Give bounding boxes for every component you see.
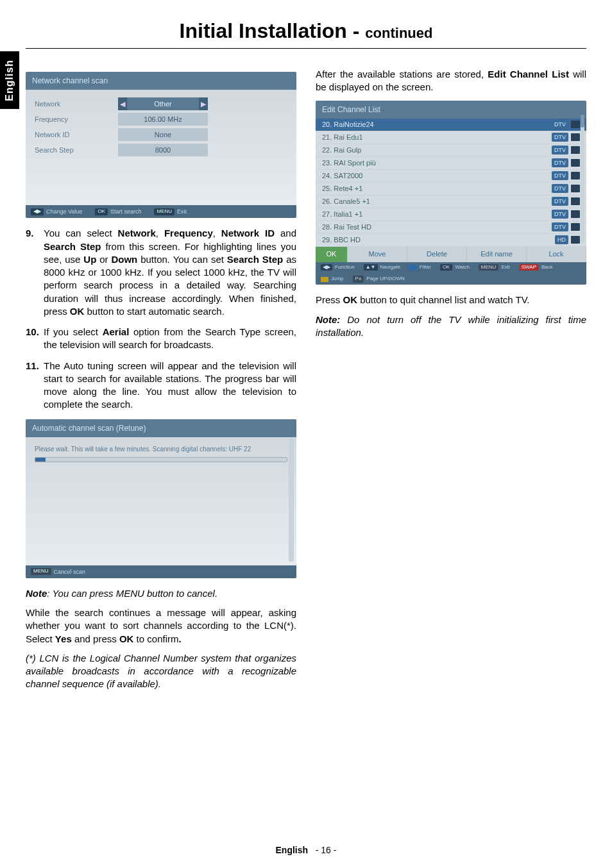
page-title-sub: continued <box>365 25 432 41</box>
page-key-icon: P± <box>353 276 364 283</box>
osd-network-title: Network channel scan <box>26 72 296 90</box>
osd-ecl-hint: P±Page UP/DOWN <box>353 276 405 283</box>
tv-icon <box>571 210 580 218</box>
menu-key-icon: MENU <box>479 264 499 271</box>
osd-row-value: None <box>118 128 208 141</box>
channel-name: 23. RAI Sport più <box>322 158 549 168</box>
osd-ecl-hint: SWAPBack <box>519 264 553 271</box>
channel-list-row: 25. Rete4 +1DTV <box>316 183 586 196</box>
step-10: 10. If you select Aerial option from the… <box>26 326 296 352</box>
osd-hint: OKStart search <box>95 208 141 215</box>
channel-type-tag: DTV <box>552 171 568 180</box>
channel-list-row: 29. BBC HDHD <box>316 234 586 247</box>
edit-list-intro: After the available stations are stored,… <box>316 68 586 94</box>
channel-name: 24. SAT2000 <box>322 171 549 181</box>
tv-icon <box>571 197 580 205</box>
menu-key-icon: MENU <box>31 568 51 575</box>
osd-row-label: Frequency <box>35 115 92 124</box>
ecl-action-button: Lock <box>527 247 586 262</box>
channel-name: 26. Canale5 +1 <box>322 197 549 206</box>
footer-page-number: - 16 - <box>316 845 337 855</box>
blue-button-icon <box>409 265 417 270</box>
lcn-paragraph: While the search continues a message wil… <box>26 606 296 646</box>
channel-type-tag: DTV <box>552 197 568 206</box>
step-11: 11. The Auto tuning screen will appear a… <box>26 360 296 412</box>
ecl-action-button: OK <box>316 247 348 262</box>
key-icon: OK <box>95 208 108 215</box>
ecl-action-button: Move <box>348 247 407 262</box>
channel-type-tag: DTV <box>552 222 568 231</box>
tv-icon <box>571 236 580 244</box>
osd-ecl-hint: Filter <box>409 264 431 271</box>
osd-auto-scan: Automatic channel scan (Retune) Please w… <box>26 419 296 578</box>
channel-list-row: 27. Italia1 +1DTV <box>316 208 586 221</box>
step-9: 9. You can select Network, Frequency, Ne… <box>26 227 296 318</box>
osd-ecl-scrollbar <box>581 115 584 243</box>
channel-name: 27. Italia1 +1 <box>322 210 549 219</box>
lcn-footnote: (*) LCN is the Logical Channel Number sy… <box>26 652 296 691</box>
language-side-tab-label: English <box>4 60 15 101</box>
channel-type-tag: DTV <box>552 210 568 219</box>
osd-scan-title: Automatic channel scan (Retune) <box>26 419 296 437</box>
page-title-main: Initial Installation - <box>180 19 366 42</box>
channel-type-tag: HD <box>555 235 568 244</box>
osd-network-scan: Network channel scan NetworkOther◀▶Frequ… <box>26 72 296 218</box>
osd-scrollbar <box>289 438 294 562</box>
updown-icon: ▲▼ <box>364 264 378 271</box>
osd-row-value: Other◀▶ <box>118 97 208 110</box>
osd-ecl-hint: OKWatch <box>440 264 470 271</box>
yellow-button-icon <box>321 277 328 282</box>
step-num: 10. <box>26 326 44 352</box>
step-num: 11. <box>26 360 44 412</box>
osd-ecl-hint: Jump <box>321 276 344 283</box>
channel-type-tag: DTV <box>552 120 568 129</box>
tv-icon <box>571 133 580 141</box>
osd-hint: MENUExit <box>154 208 187 215</box>
ecl-action-button: Delete <box>407 247 467 262</box>
osd-row-value: 106.00 MHz <box>118 113 208 126</box>
channel-name: 28. Rai Test HD <box>322 222 549 232</box>
osd-ecl-title: Edit Channel List <box>316 101 586 119</box>
note-no-turnoff: Note: Do not turn off the TV while initi… <box>316 313 586 340</box>
channel-name: 29. BBC HD <box>322 235 552 245</box>
osd-row-value: 8000 <box>118 144 208 156</box>
key-icon: MENU <box>154 208 174 215</box>
channel-list-row: 24. SAT2000DTV <box>316 170 586 183</box>
tv-icon <box>571 121 580 128</box>
osd-ecl-hint: MENUExit <box>479 264 510 271</box>
progress-bar <box>35 457 287 462</box>
arrow-left-icon: ◀ <box>118 97 127 110</box>
osd-ecl-hint: ▲▼Navigate <box>364 264 400 271</box>
left-column: Network channel scan NetworkOther◀▶Frequ… <box>26 68 296 697</box>
language-side-tab: English <box>0 51 19 109</box>
channel-list-row: 28. Rai Test HDDTV <box>316 221 586 234</box>
osd-network-row: Network IDNone <box>35 127 287 142</box>
channel-name: 20. RaiNotizie24 <box>322 120 549 129</box>
osd-network-row: NetworkOther◀▶ <box>35 96 287 112</box>
channel-type-tag: DTV <box>552 158 568 167</box>
swap-key-icon: SWAP <box>519 264 539 271</box>
channel-list-row: 23. RAI Sport piùDTV <box>316 157 586 170</box>
tv-icon <box>571 223 580 231</box>
press-ok-text: Press OK button to quit channel list and… <box>316 294 586 306</box>
channel-list-row: 21. Rai Edu1DTV <box>316 131 586 144</box>
tv-icon <box>571 172 580 179</box>
channel-list-row: 20. RaiNotizie24DTV <box>316 119 586 131</box>
page-title: Initial Installation - continued <box>0 0 612 48</box>
ok-key-icon: OK <box>440 264 453 271</box>
channel-list-row: 22. Rai GulpDTV <box>316 144 586 157</box>
channel-name: 22. Rai Gulp <box>322 146 549 155</box>
tv-icon <box>571 146 580 154</box>
page-footer: English - 16 - <box>0 845 612 855</box>
osd-ecl-scroll-thumb <box>581 115 584 128</box>
tv-icon <box>571 185 580 192</box>
channel-name: 21. Rai Edu1 <box>322 133 549 142</box>
osd-network-row: Search Step8000 <box>35 142 287 158</box>
key-icon: ◀▶ <box>31 208 44 215</box>
note-cancel: Note: You can press MENU button to cance… <box>26 587 296 600</box>
channel-type-tag: DTV <box>552 133 568 142</box>
ecl-action-button: Edit name <box>467 247 527 262</box>
channel-list-row: 26. Canale5 +1DTV <box>316 196 586 208</box>
osd-scan-message: Please wait. This will take a few minute… <box>35 445 287 454</box>
footer-language: English <box>276 845 309 855</box>
